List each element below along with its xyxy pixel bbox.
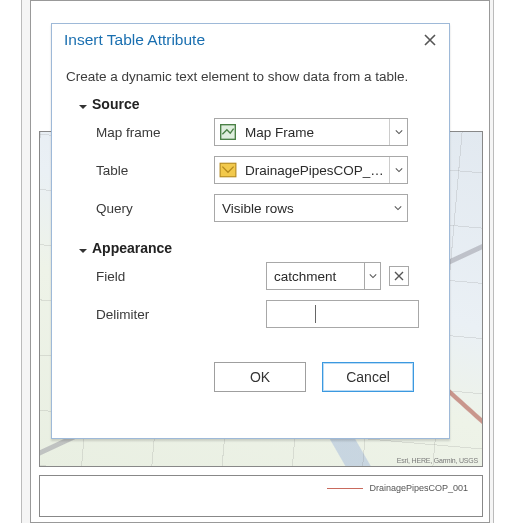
ok-button[interactable]: OK bbox=[214, 362, 306, 392]
label-query: Query bbox=[96, 201, 214, 216]
delimiter-input[interactable] bbox=[266, 300, 419, 328]
query-dropdown[interactable]: Visible rows bbox=[214, 194, 408, 222]
label-delimiter: Delimiter bbox=[96, 307, 266, 322]
chevron-down-icon bbox=[389, 157, 407, 183]
field-dropdown[interactable]: catchment bbox=[266, 262, 365, 290]
row-map-frame: Map frame Map Frame bbox=[96, 118, 435, 146]
section-appearance-label: Appearance bbox=[92, 240, 172, 256]
label-table: Table bbox=[96, 163, 214, 178]
row-query: Query Visible rows bbox=[96, 194, 435, 222]
table-dropdown[interactable]: DrainagePipesCOP_001 bbox=[214, 156, 408, 184]
svg-rect-0 bbox=[221, 125, 236, 140]
delete-expression-button[interactable] bbox=[389, 266, 409, 286]
dialog-title: Insert Table Attribute bbox=[64, 31, 205, 49]
legend-item: DrainagePipesCOP_001 bbox=[327, 483, 468, 493]
close-icon bbox=[424, 34, 436, 46]
label-field: Field bbox=[96, 269, 266, 284]
legend-swatch bbox=[327, 488, 363, 489]
insert-table-attribute-dialog: Insert Table Attribute Create a dynamic … bbox=[51, 23, 450, 439]
section-source-label: Source bbox=[92, 96, 139, 112]
ruler-left bbox=[0, 0, 22, 523]
caret-down-icon bbox=[78, 243, 88, 253]
chevron-down-icon bbox=[389, 119, 407, 145]
section-source-header[interactable]: Source bbox=[78, 96, 435, 112]
close-button[interactable] bbox=[421, 31, 439, 49]
feature-layer-icon bbox=[219, 161, 237, 179]
app-background: Esri, HERE, Garmin, USGS DrainagePipesCO… bbox=[0, 0, 515, 523]
row-table: Table DrainagePipesCOP_001 bbox=[96, 156, 435, 184]
field-dropdown-button[interactable] bbox=[365, 262, 381, 290]
dialog-titlebar: Insert Table Attribute bbox=[52, 24, 449, 55]
map-credits: Esri, HERE, Garmin, USGS bbox=[397, 457, 478, 464]
chevron-down-icon bbox=[389, 195, 407, 221]
query-value: Visible rows bbox=[215, 201, 389, 216]
row-field: Field catchment bbox=[96, 262, 435, 290]
caret-down-icon bbox=[78, 99, 88, 109]
dialog-buttons: OK Cancel bbox=[66, 362, 435, 392]
svg-rect-1 bbox=[220, 163, 236, 177]
label-map-frame: Map frame bbox=[96, 125, 214, 140]
text-cursor bbox=[315, 305, 316, 323]
legend-frame[interactable]: DrainagePipesCOP_001 bbox=[39, 475, 483, 517]
cancel-button[interactable]: Cancel bbox=[322, 362, 414, 392]
table-value: DrainagePipesCOP_001 bbox=[241, 163, 389, 178]
dialog-description: Create a dynamic text element to show da… bbox=[66, 69, 435, 84]
map-frame-dropdown[interactable]: Map Frame bbox=[214, 118, 408, 146]
row-delimiter: Delimiter bbox=[96, 300, 435, 328]
map-frame-icon bbox=[219, 123, 237, 141]
chevron-down-icon bbox=[369, 272, 377, 280]
dialog-body: Create a dynamic text element to show da… bbox=[52, 55, 449, 406]
legend-label: DrainagePipesCOP_001 bbox=[369, 483, 468, 493]
x-icon bbox=[393, 270, 405, 282]
ruler-right bbox=[493, 0, 515, 523]
field-value: catchment bbox=[267, 269, 364, 284]
map-frame-value: Map Frame bbox=[241, 125, 389, 140]
section-appearance-header[interactable]: Appearance bbox=[78, 240, 435, 256]
